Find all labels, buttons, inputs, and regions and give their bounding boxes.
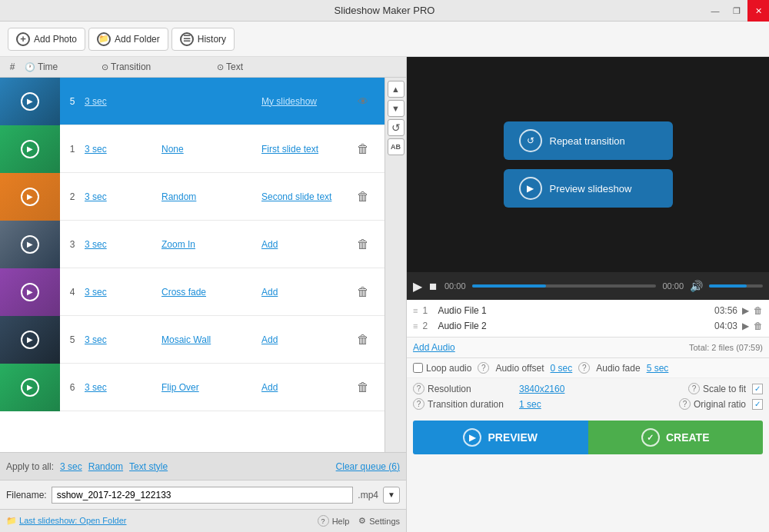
- repeat-transition-button[interactable]: ↺ Repeat transition: [504, 121, 673, 160]
- slide-row[interactable]: ▶ 5 3 sec My slideshow 👁: [0, 78, 384, 125]
- format-dropdown-button[interactable]: ▼: [383, 487, 400, 504]
- col-num: #: [0, 62, 25, 72]
- transition-value[interactable]: 1 sec: [519, 399, 673, 410]
- drag-handle-icon[interactable]: ≡: [413, 306, 418, 315]
- preview-slideshow-button[interactable]: ▶ Preview slideshow: [504, 169, 673, 208]
- audio-number: 2: [422, 321, 433, 331]
- slide-number: 2: [60, 191, 85, 202]
- right-panel: ↺ Repeat transition ▶ Preview slideshow …: [406, 57, 769, 532]
- slide-row[interactable]: ▶ 2 3 sec Random Second slide text 🗑: [0, 173, 384, 221]
- move-up-button[interactable]: ▲: [388, 81, 404, 98]
- close-button[interactable]: ✕: [747, 0, 769, 22]
- slide-transition[interactable]: Cross fade: [161, 287, 261, 298]
- resolution-row: ? Resolution 3840x2160 ? Scale to fit ✓: [413, 383, 763, 394]
- slide-time[interactable]: 3 sec: [85, 144, 161, 155]
- preview-play-icon: ▶: [463, 428, 481, 447]
- drag-handle-icon[interactable]: ≡: [413, 321, 418, 331]
- settings-button[interactable]: ⚙ Settings: [358, 516, 400, 526]
- offset-help-icon[interactable]: ?: [478, 362, 489, 374]
- slide-time[interactable]: 3 sec: [85, 239, 161, 250]
- slide-transition[interactable]: None: [161, 144, 261, 155]
- play-button[interactable]: ▶: [413, 279, 422, 294]
- loop-audio-checkbox[interactable]: [413, 363, 423, 373]
- audio-duration: 03:56: [714, 305, 737, 316]
- slide-text[interactable]: Add: [261, 239, 341, 250]
- apply-bar: Apply to all: 3 sec Random Text style Cl…: [0, 452, 406, 480]
- slide-transition[interactable]: Random: [161, 191, 261, 202]
- audio-delete-button[interactable]: 🗑: [754, 321, 763, 331]
- slide-time[interactable]: 3 sec: [85, 191, 161, 202]
- audio-fade-value[interactable]: 5 sec: [647, 363, 669, 374]
- slide-text[interactable]: Add: [261, 382, 341, 393]
- preview-button[interactable]: ▶ PREVIEW: [413, 421, 588, 454]
- clear-queue-button[interactable]: Clear queue (6): [336, 461, 400, 472]
- help-button[interactable]: ? Help: [318, 515, 350, 527]
- audio-play-button[interactable]: ▶: [742, 321, 749, 331]
- preview-overlay: ↺ Repeat transition ▶ Preview slideshow: [504, 121, 673, 208]
- delete-icon[interactable]: 🗑: [357, 238, 369, 251]
- slide-text[interactable]: First slide text: [261, 144, 341, 155]
- volume-icon[interactable]: 🔊: [690, 280, 703, 292]
- volume-bar[interactable]: [709, 284, 763, 288]
- progress-bar[interactable]: [472, 284, 657, 288]
- scale-help-icon[interactable]: ?: [688, 383, 700, 394]
- slide-time[interactable]: 3 sec: [85, 287, 161, 298]
- apply-transition[interactable]: Random: [88, 461, 123, 472]
- status-bar: 📁 Last slideshow: Open Folder ? Help ⚙ S…: [0, 509, 406, 532]
- ratio-help-icon[interactable]: ?: [679, 398, 691, 410]
- slide-text[interactable]: Second slide text: [261, 191, 341, 202]
- slide-actions: 🗑: [341, 238, 384, 251]
- apply-label: Apply to all:: [6, 461, 54, 472]
- audio-total: Total: 2 files (07:59): [689, 343, 763, 352]
- slide-transition[interactable]: Zoom In: [161, 239, 261, 250]
- add-folder-button[interactable]: 📁 Add Folder: [88, 28, 168, 51]
- slide-text[interactable]: Add: [261, 334, 341, 345]
- slide-transition[interactable]: Flip Over: [161, 382, 261, 393]
- slide-actions: 🗑: [341, 381, 384, 394]
- filename-input[interactable]: [52, 487, 354, 504]
- resolution-help-icon[interactable]: ?: [413, 383, 424, 394]
- restore-button[interactable]: ❐: [726, 0, 747, 22]
- text-icon: ⊙: [217, 62, 224, 72]
- audio-delete-button[interactable]: 🗑: [754, 305, 763, 316]
- delete-icon[interactable]: 🗑: [357, 142, 369, 156]
- stop-button[interactable]: ⏹: [428, 281, 438, 292]
- ratio-checkbox[interactable]: ✓: [752, 399, 763, 410]
- add-audio-button[interactable]: Add Audio: [413, 342, 455, 353]
- audio-offset-value[interactable]: 0 sec: [551, 363, 573, 374]
- slide-row[interactable]: ▶ 5 3 sec Mosaic Wall Add 🗑: [0, 316, 384, 364]
- fade-help-icon[interactable]: ?: [578, 362, 590, 374]
- slide-time[interactable]: 3 sec: [85, 96, 161, 107]
- delete-icon[interactable]: 🗑: [357, 333, 369, 347]
- slide-text[interactable]: My slideshow: [261, 96, 341, 107]
- slide-thumbnail: ▶: [0, 173, 60, 221]
- repeat-button[interactable]: ↺: [388, 119, 404, 136]
- add-photo-button[interactable]: + Add Photo: [8, 28, 85, 51]
- scale-checkbox[interactable]: ✓: [752, 384, 763, 394]
- move-down-button[interactable]: ▼: [388, 100, 404, 117]
- apply-time[interactable]: 3 sec: [60, 461, 82, 472]
- slide-time[interactable]: 3 sec: [85, 382, 161, 393]
- audio-play-button[interactable]: ▶: [742, 305, 749, 316]
- slide-transition[interactable]: Mosaic Wall: [161, 334, 261, 345]
- slide-number: 5: [60, 96, 85, 107]
- audio-list: ≡ 1 Audio File 1 03:56 ▶ 🗑 ≡ 2 Audio Fil…: [407, 300, 769, 337]
- resolution-value[interactable]: 3840x2160: [519, 384, 682, 394]
- minimize-button[interactable]: —: [704, 0, 726, 22]
- ab-button[interactable]: AB: [388, 138, 404, 155]
- slide-time[interactable]: 3 sec: [85, 334, 161, 345]
- eye-icon[interactable]: 👁: [358, 95, 368, 108]
- slide-row[interactable]: ▶ 3 3 sec Zoom In Add 🗑: [0, 221, 384, 268]
- slide-row[interactable]: ▶ 4 3 sec Cross fade Add 🗑: [0, 268, 384, 316]
- transition-help-icon[interactable]: ?: [413, 398, 424, 410]
- delete-icon[interactable]: 🗑: [357, 190, 369, 204]
- delete-icon[interactable]: 🗑: [357, 381, 369, 394]
- history-button[interactable]: ☰ History: [171, 28, 235, 51]
- create-button[interactable]: ✓ CREATE: [588, 421, 764, 454]
- slide-list: ▶ 5 3 sec My slideshow 👁 ▶ 1 3 sec None …: [0, 78, 384, 452]
- delete-icon[interactable]: 🗑: [357, 285, 369, 299]
- slide-row[interactable]: ▶ 6 3 sec Flip Over Add 🗑: [0, 364, 384, 411]
- slide-text[interactable]: Add: [261, 287, 341, 298]
- apply-text-style[interactable]: Text style: [129, 461, 168, 472]
- slide-row[interactable]: ▶ 1 3 sec None First slide text 🗑: [0, 125, 384, 173]
